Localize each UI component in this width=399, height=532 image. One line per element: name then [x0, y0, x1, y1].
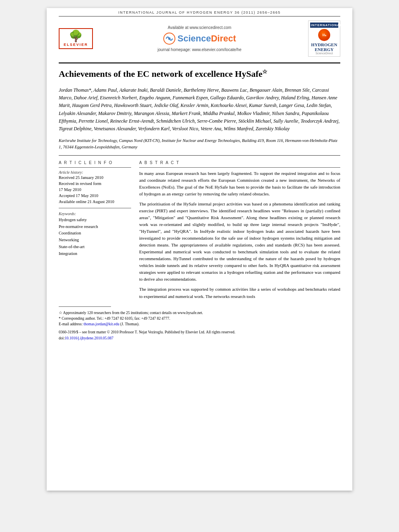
affiliation-section: Karlsruhe Institute for Technology, Camp… [47, 136, 352, 154]
hydrogen-logo-box: INTERNATIONAL H₂ HYDROGENENERGY ScienceD… [304, 21, 340, 57]
section-divider [59, 155, 340, 156]
received-date-1: Received 25 January 2010 [59, 175, 131, 180]
footnote-rule [59, 306, 111, 307]
email-link[interactable]: thomas.jordan@kit.edu [84, 322, 119, 326]
keyword-item-2: Pre-normative research [59, 224, 131, 230]
hydrogen-logo: INTERNATIONAL H₂ HYDROGENENERGY ScienceD… [308, 21, 340, 57]
available-date: Available online 21 August 2010 [59, 199, 131, 204]
h2-logo-bottom: ScienceDirect [310, 52, 338, 55]
h2-logo-top: INTERNATIONAL [310, 23, 338, 28]
authors-list: Jordan Thomas*, Adams Paul, Azkarate Ina… [59, 86, 340, 133]
keyword-item-5: State-of-the-art [59, 244, 131, 251]
footnote-corresponding: * Corresponding author. Tel.: +49 7247 8… [59, 316, 340, 321]
history-label: Article history: [59, 170, 131, 175]
article-info-column: A R T I C L E I N F O Article history: R… [59, 160, 131, 303]
branding-row: 🌳 ELSEVIER Available at www.sciencedirec… [47, 16, 352, 61]
left-divider [59, 167, 131, 168]
keywords-section: Keywords: Hydrogen safety Pre-normative … [59, 212, 131, 257]
available-text: Available at www.sciencedirect.com [95, 25, 304, 30]
star-note-text: ☆ Approximately 120 researchers from the… [59, 311, 203, 315]
title-section: Achievements of the EC network of excell… [47, 64, 352, 83]
elsevier-tree-icon: 🌳 [69, 31, 83, 42]
abstract-para-3: The integration process was supported by… [139, 286, 340, 300]
footnote-section: ☆ Approximately 120 researchers from the… [47, 308, 352, 344]
svg-point-1 [168, 37, 171, 40]
elsevier-logo-box: 🌳 ELSEVIER [59, 28, 93, 49]
keyword-item-6: Integration [59, 251, 131, 257]
journal-header: INTERNATIONAL JOURNAL OF HYDROGEN ENERGY… [47, 8, 352, 16]
journal-name: INTERNATIONAL JOURNAL OF HYDROGEN ENERGY… [118, 10, 281, 14]
received-revised-label: Received in revised form [59, 181, 131, 186]
page: INTERNATIONAL JOURNAL OF HYDROGEN ENERGY… [47, 8, 352, 491]
keywords-label: Keywords: [59, 212, 131, 216]
keyword-item-1: Hydrogen safety [59, 217, 131, 224]
affiliation-text: Karlsruhe Institute for Technology, Camp… [59, 138, 340, 150]
received-revised-date: 17 May 2010 [59, 187, 131, 192]
abstract-header: A B S T R A C T [139, 160, 340, 165]
h2-icon: H₂ [318, 29, 330, 41]
abstract-divider [139, 167, 340, 168]
sciencedirect-wordmark: ScienceDirect [177, 33, 236, 44]
doi-link[interactable]: 10.1016/j.ijhydene.2010.05.087 [65, 336, 113, 340]
footnote-doi: doi:10.1016/j.ijhydene.2010.05.087 [59, 335, 340, 341]
elsevier-logo: 🌳 ELSEVIER [59, 28, 95, 49]
footnote-copyright: 0360-3199/$ – see front matter © 2010 Pr… [59, 329, 340, 335]
center-branding: Available at www.sciencedirect.com Scien… [95, 25, 304, 52]
article-title: Achievements of the EC network of excell… [59, 68, 340, 80]
keyword-item-3: Coordination [59, 230, 131, 237]
journal-homepage: journal homepage: www.elsevier.com/locat… [95, 47, 304, 52]
abstract-column: A B S T R A C T In many areas European r… [139, 160, 340, 303]
elsevier-wordmark: ELSEVIER [64, 43, 88, 47]
two-column-section: A R T I C L E I N F O Article history: R… [47, 157, 352, 306]
footnote-email: E-mail address: thomas.jordan@kit.edu (J… [59, 321, 340, 327]
sd-icon [163, 32, 176, 45]
abstract-para-2: The prioritisation of the HySafe interna… [139, 201, 340, 283]
abstract-text: In many areas European research has been… [139, 170, 340, 300]
keywords-divider [59, 208, 131, 208]
h2-logo-title: HYDROGENENERGY [310, 42, 338, 52]
sciencedirect-logo: ScienceDirect [95, 32, 304, 45]
keyword-item-4: Networking [59, 237, 131, 244]
article-info-header: A R T I C L E I N F O [59, 160, 131, 165]
footnote-star: ☆ Approximately 120 researchers from the… [59, 310, 340, 316]
abstract-para-1: In many areas European research has been… [139, 170, 340, 197]
authors-section: Jordan Thomas*, Adams Paul, Azkarate Ina… [47, 83, 352, 136]
accepted-date: Accepted 17 May 2010 [59, 193, 131, 198]
